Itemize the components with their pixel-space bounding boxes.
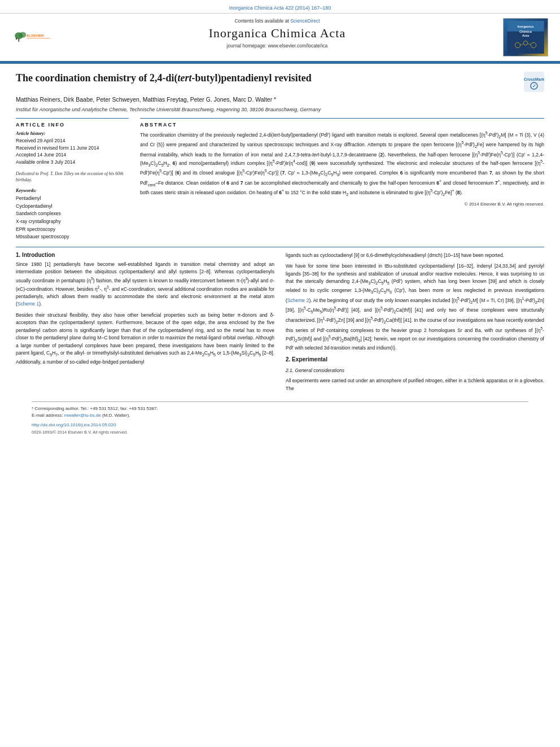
- footer-links: http://dx.doi.org/10.1016/j.ica.2014.05.…: [32, 422, 528, 427]
- affiliation: Institut für Anorganische und Analytisch…: [16, 107, 544, 112]
- footer-corresponding: * Corresponding author. Tel.: +49 531 53…: [32, 405, 528, 412]
- header-left: ELSEVIER: [9, 18, 54, 56]
- svg-point-2: [19, 32, 26, 38]
- keywords-heading: Keywords:: [16, 187, 129, 193]
- abstract-col: ABSTRACT The coordination chemistry of t…: [140, 118, 544, 241]
- footer-email-link[interactable]: mwalter@tu-bs.de: [64, 413, 101, 418]
- journal-title: Inorganica Chimica Acta: [65, 26, 489, 41]
- keyword-list: Pentadienyl Cyclopentadienyl Sandwich co…: [16, 195, 129, 241]
- svg-text:CrossMark: CrossMark: [524, 77, 544, 81]
- body-columns: 1. Introduction Since 1980 [1] pentadien…: [16, 252, 544, 396]
- section2-sub: 2.1. General considerations: [286, 367, 544, 374]
- body-right-col: ligands such as cyclooctadienyl [9] or 6…: [286, 252, 544, 396]
- homepage-line: journal homepage: www.elsevier.com/locat…: [65, 43, 489, 49]
- revised: Received in revised form 11 June 2014: [16, 145, 129, 152]
- keyword-4: X-ray crystallography: [16, 218, 129, 226]
- abstract-heading: ABSTRACT: [140, 122, 544, 128]
- header-right: Inorganica Chimica Acta: [500, 18, 551, 56]
- footer-email: E-mail address: mwalter@tu-bs.de (M.D. W…: [32, 412, 528, 419]
- article-area: The coordination chemistry of 2,4-di(ter…: [0, 64, 560, 440]
- article-title: The coordination chemistry of 2,4-di(ter…: [16, 72, 518, 85]
- svg-text:Chimica: Chimica: [519, 30, 532, 33]
- journal-citation: Inorganica Chimica Acta 422 (2014) 167–1…: [229, 5, 331, 11]
- svg-rect-4: [16, 38, 17, 40]
- svg-text:ELSEVIER: ELSEVIER: [27, 33, 44, 37]
- keyword-3: Sandwich complexes: [16, 210, 129, 218]
- section2-title: 2. Experimental: [286, 355, 544, 364]
- sciencedirect-link[interactable]: ScienceDirect: [290, 18, 320, 24]
- keyword-2: Cyclopentadienyl: [16, 203, 129, 211]
- journal-cover: Inorganica Chimica Acta: [503, 18, 548, 56]
- article-title-row: The coordination chemistry of 2,4-di(ter…: [16, 72, 544, 92]
- top-bar: Inorganica Chimica Acta 422 (2014) 167–1…: [0, 0, 560, 14]
- authors: Matthias Reiners, Dirk Baabe, Peter Schw…: [16, 95, 544, 104]
- info-abstract-row: ARTICLE INFO Article history: Received 2…: [16, 118, 544, 241]
- body-divider: [16, 247, 544, 247]
- keyword-6: Mössbauer spectroscopy: [16, 233, 129, 241]
- keyword-1: Pentadienyl: [16, 195, 129, 203]
- body-text-right: ligands such as cyclooctadienyl [9] or 6…: [286, 252, 544, 392]
- abstract-text: The coordination chemistry of the previo…: [140, 130, 544, 198]
- article-info-col: ARTICLE INFO Article history: Received 2…: [16, 118, 129, 241]
- elsevier-logo: ELSEVIER: [12, 29, 51, 45]
- svg-text:Acta: Acta: [522, 34, 530, 37]
- svg-rect-3: [18, 39, 19, 42]
- section2-text: All experiments were carried out under a…: [286, 377, 544, 392]
- svg-text:Inorganica: Inorganica: [518, 25, 534, 28]
- footer-issn: 0020-1693/© 2014 Elsevier B.V. All right…: [32, 430, 528, 435]
- svg-text:✓: ✓: [532, 84, 536, 89]
- copyright-line: © 2014 Elsevier B.V. All rights reserved…: [140, 202, 544, 207]
- accepted: Accepted 14 June 2014: [16, 151, 129, 159]
- page: Inorganica Chimica Acta 422 (2014) 167–1…: [0, 0, 560, 747]
- keyword-5: EPR spectroscopy: [16, 226, 129, 234]
- body-left-col: 1. Introduction Since 1980 [1] pentadien…: [16, 252, 274, 396]
- section1-title: 1. Introduction: [16, 252, 274, 258]
- history-heading: Article history:: [16, 130, 129, 136]
- footer-area: * Corresponding author. Tel.: +49 531 53…: [32, 401, 528, 435]
- dedication: Dedicated to Prof. T. Don Tilley on the …: [16, 171, 129, 183]
- crossmark-badge[interactable]: CrossMark ✓: [524, 72, 544, 92]
- journal-header: ELSEVIER Contents lists available at Sci…: [0, 14, 560, 62]
- doi-link[interactable]: http://dx.doi.org/10.1016/j.ica.2014.05.…: [32, 422, 116, 427]
- available: Available online 3 July 2014: [16, 159, 129, 166]
- contents-line: Contents lists available at ScienceDirec…: [65, 18, 489, 24]
- header-center: Contents lists available at ScienceDirec…: [60, 18, 495, 56]
- body-text-left: Since 1980 [1] pentadienyls have become …: [16, 261, 274, 366]
- received1: Received 29 April 2014: [16, 137, 129, 145]
- article-info-heading: ARTICLE INFO: [16, 122, 129, 128]
